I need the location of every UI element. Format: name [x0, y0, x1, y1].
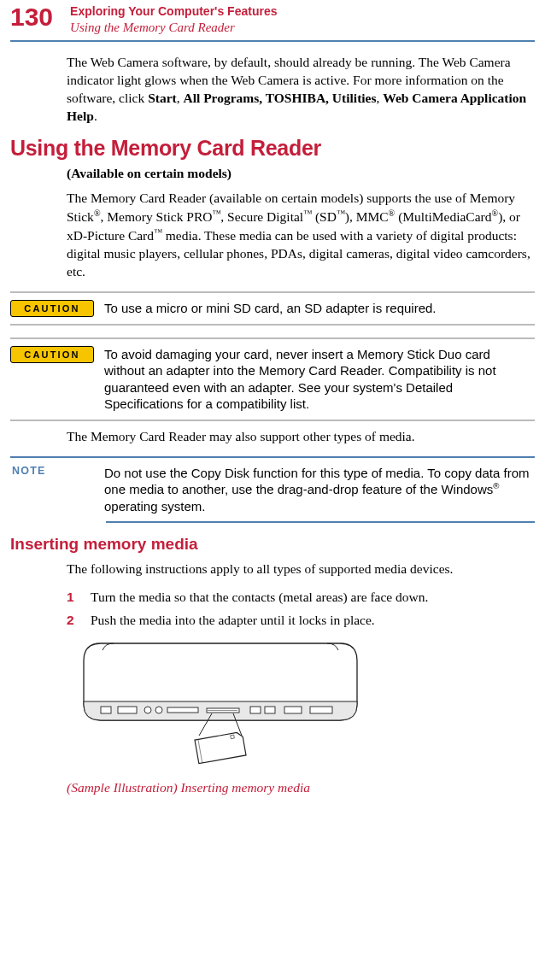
memory-paragraph: The Memory Card Reader (available on cer…: [67, 190, 531, 281]
caution-badge-1: CAUTION: [10, 300, 94, 317]
svg-rect-1: [118, 707, 137, 713]
note-top-rule: [10, 456, 535, 458]
page-number: 130: [10, 4, 53, 30]
note-label: NOTE: [12, 465, 104, 477]
svg-rect-10: [310, 707, 332, 713]
intro-paragraph: The Web Camera software, by default, sho…: [67, 54, 531, 126]
svg-point-2: [144, 707, 151, 713]
note-text: Do not use the Copy Disk function for th…: [104, 465, 531, 515]
heading-memory-card-reader: Using the Memory Card Reader: [10, 136, 535, 161]
step-1-row: 1 Turn the media so that the contacts (m…: [67, 589, 535, 607]
svg-rect-8: [265, 707, 275, 713]
caution-badge-2: CAUTION: [10, 346, 94, 363]
svg-rect-4: [167, 707, 198, 713]
section-title-header: Using the Memory Card Reader: [70, 20, 277, 36]
caution-block-1: CAUTION To use a micro or mini SD card, …: [10, 300, 535, 317]
caution1-top-rule: [10, 291, 535, 293]
caution1-bottom-rule: [10, 324, 535, 326]
caution2-top-rule: [10, 337, 535, 339]
page-header: 130 Exploring Your Computer's Features U…: [10, 4, 535, 35]
caution-text-2: To avoid damaging your card, never inser…: [104, 346, 531, 413]
note-bottom-rule: [106, 521, 535, 523]
note-block: NOTE Do not use the Copy Disk function f…: [12, 465, 535, 515]
svg-point-3: [155, 707, 162, 713]
step-2-number: 2: [67, 612, 91, 630]
step-1-number: 1: [67, 589, 91, 607]
header-divider: [10, 40, 535, 42]
caution-block-2: CAUTION To avoid damaging your card, nev…: [10, 346, 535, 413]
step-2-row: 2 Push the media into the adapter until …: [67, 612, 535, 630]
availability-note: (Available on certain models): [67, 166, 535, 181]
intro-start: Start: [148, 91, 177, 105]
illustration-caption: (Sample Illustration) Inserting memory m…: [67, 780, 535, 795]
insert-intro: The following instructions apply to all …: [67, 560, 531, 578]
intro-allprog: All Programs, TOSHIBA, Utilities: [183, 91, 376, 105]
intro-period: .: [94, 109, 97, 123]
support-line: The Memory Card Reader may also support …: [67, 428, 531, 446]
svg-rect-0: [101, 707, 111, 713]
caution2-bottom-rule: [10, 420, 535, 421]
heading-inserting-memory-media: Inserting memory media: [10, 535, 535, 554]
chapter-title: Exploring Your Computer's Features: [70, 4, 277, 20]
step-2-text: Push the media into the adapter until it…: [91, 612, 535, 630]
caution-text-1: To use a micro or mini SD card, an SD ad…: [104, 300, 531, 317]
svg-rect-9: [284, 707, 302, 713]
step-1-text: Turn the media so that the contacts (met…: [91, 589, 535, 607]
svg-rect-7: [250, 707, 261, 713]
illustration-inserting-media: [67, 635, 535, 775]
